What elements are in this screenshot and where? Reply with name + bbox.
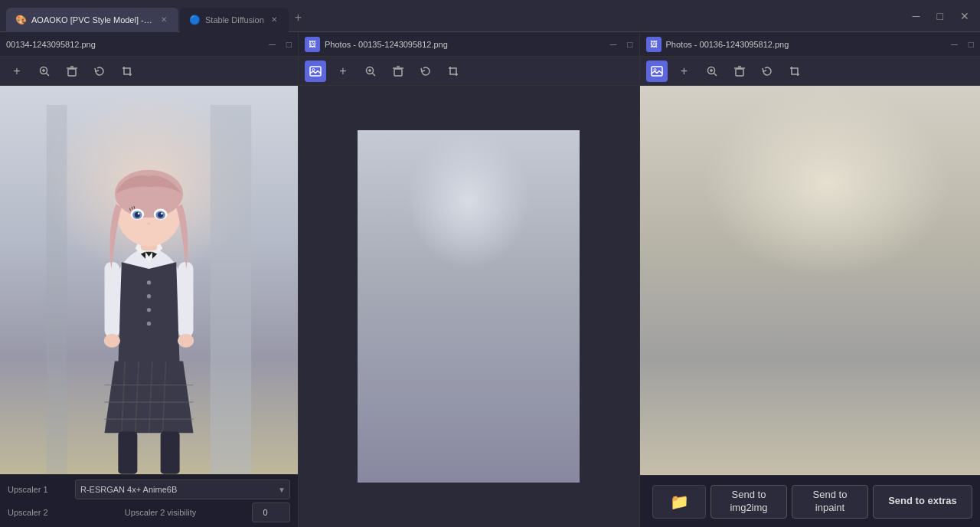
panel2-image-icon: 🖼 (305, 37, 320, 52)
maximize-browser-icon[interactable]: □ (933, 8, 948, 24)
upscaler1-select-wrapper[interactable]: R-ESRGAN 4x+ Anime6B ▼ (75, 480, 290, 499)
panel1-delete-button[interactable] (61, 61, 83, 82)
panel2-image-button[interactable] (305, 61, 326, 82)
panel2-titlebar: 🖼 Photos - 00135-1243095812.png ─ □ (299, 32, 639, 57)
tab1-label: AOAOKO [PVC Style Model] - PV... (31, 15, 154, 25)
panel-right: 🖼 Photos - 00136-1243095812.png ─ □ + (640, 32, 981, 527)
svg-rect-75 (483, 458, 503, 483)
panel2-zoom-button[interactable] (360, 61, 381, 82)
svg-marker-108 (795, 250, 802, 259)
folder-button[interactable]: 📁 (652, 485, 706, 519)
panel3-delete-button[interactable] (729, 61, 750, 82)
svg-point-22 (178, 334, 194, 348)
svg-marker-109 (790, 248, 795, 257)
svg-point-82 (475, 241, 485, 249)
upscaler2-label: Upscaler 2 (8, 508, 69, 517)
svg-point-54 (495, 222, 557, 421)
panel1-image (0, 86, 298, 474)
svg-point-78 (433, 199, 504, 245)
panel2-rotate-button[interactable] (415, 61, 436, 82)
panel3-restore-icon[interactable]: □ (969, 39, 974, 50)
panel3-rotate-button[interactable] (756, 61, 778, 82)
svg-rect-52 (358, 130, 580, 483)
panel2-minimize-icon[interactable]: ─ (610, 39, 617, 50)
svg-point-81 (452, 241, 462, 249)
panel2-add-button[interactable]: + (332, 61, 354, 82)
upscaler1-label: Upscaler 1 (8, 485, 69, 494)
svg-rect-124 (789, 227, 808, 250)
upscaler2-visibility-input[interactable] (252, 502, 290, 522)
svg-point-79 (450, 238, 464, 250)
tab1-favicon: 🎨 (15, 15, 27, 25)
panel3-image-button[interactable] (646, 61, 668, 82)
svg-marker-62 (459, 287, 465, 295)
svg-point-88 (483, 247, 495, 254)
panel1-zoom-button[interactable] (34, 61, 55, 82)
svg-line-1 (47, 73, 50, 76)
panel3-minimize-icon[interactable]: ─ (951, 39, 958, 50)
svg-point-86 (481, 242, 483, 244)
svg-point-80 (473, 238, 487, 250)
panel1-image-area (0, 86, 298, 474)
panel3-zoom-button[interactable] (701, 61, 723, 82)
send-to-inpaint-label: Send to inpaint (813, 489, 848, 515)
folder-icon: 📁 (670, 493, 689, 511)
panel2-crop-button[interactable] (443, 61, 464, 82)
svg-point-104 (797, 274, 802, 279)
svg-point-87 (442, 247, 454, 254)
tab2-close-icon[interactable]: ✕ (269, 15, 279, 25)
panel2-restore-icon[interactable]: □ (627, 39, 632, 50)
svg-rect-4 (68, 69, 76, 76)
svg-point-77 (435, 204, 502, 274)
svg-point-102 (758, 238, 840, 352)
upscaler1-select[interactable]: R-ESRGAN 4x+ Anime6B (75, 480, 290, 499)
send-to-inpaint-button[interactable]: Send to inpaint (792, 485, 868, 519)
svg-point-130 (807, 205, 818, 214)
tab-stable-diffusion[interactable]: 🔵 Stable Diffusion ✕ (180, 8, 289, 32)
panel1-character-svg (0, 105, 298, 474)
viewer-area: 00134-1243095812.png ─ □ + (0, 32, 980, 527)
close-browser-icon[interactable]: ✕ (956, 8, 974, 24)
svg-point-107 (797, 317, 802, 322)
send-to-img2img-button[interactable]: Send to img2img (710, 485, 787, 519)
svg-point-11 (147, 294, 151, 298)
svg-marker-110 (803, 248, 808, 257)
panel3-image-icon: 🖼 (646, 37, 662, 52)
panel1-rotate-button[interactable] (89, 61, 110, 82)
svg-rect-89 (652, 67, 662, 76)
panel1-add-button[interactable]: + (6, 61, 28, 82)
panel2-character-svg (358, 130, 580, 483)
panel3-titlebar: 🖼 Photos - 00136-1243095812.png ─ □ (640, 32, 981, 57)
upscaler1-row: Upscaler 1 R-ESRGAN 4x+ Anime6B ▼ (8, 480, 290, 499)
svg-point-131 (784, 207, 789, 212)
tab1-close-icon[interactable]: ✕ (158, 15, 169, 25)
panel1-restore-icon[interactable]: □ (286, 39, 292, 50)
svg-marker-63 (472, 287, 478, 295)
svg-point-85 (458, 242, 460, 244)
panel1-minimize-icon[interactable]: ─ (269, 39, 276, 50)
panel3-crop-button[interactable] (784, 61, 805, 82)
svg-point-132 (809, 207, 815, 212)
svg-rect-100 (675, 383, 944, 475)
svg-point-125 (763, 166, 836, 243)
svg-rect-8 (47, 105, 67, 474)
svg-point-57 (466, 312, 471, 316)
svg-point-55 (432, 276, 505, 383)
send-to-img2img-label: Send to img2img (730, 489, 767, 515)
panel3-add-button[interactable]: + (674, 61, 695, 82)
panel3-image-area (640, 86, 981, 475)
svg-point-90 (654, 68, 656, 70)
send-to-extras-button[interactable]: Send to extras (873, 485, 972, 519)
svg-point-13 (147, 322, 151, 326)
panel2-delete-button[interactable] (387, 61, 409, 82)
minimize-browser-icon[interactable]: ─ (908, 8, 925, 24)
bottom-settings-bar: Upscaler 1 R-ESRGAN 4x+ Anime6B ▼ Upscal… (0, 474, 298, 527)
svg-point-133 (787, 207, 789, 209)
svg-line-117 (799, 363, 802, 447)
svg-rect-60 (476, 345, 492, 356)
new-tab-button[interactable]: + (289, 11, 308, 25)
tab-aoaoko[interactable]: 🎨 AOAOKO [PVC Style Model] - PV... ✕ (6, 8, 178, 32)
panel3-toolbar: + (640, 57, 981, 86)
panel1-crop-button[interactable] (116, 61, 138, 82)
panel-middle: 🖼 Photos - 00135-1243095812.png ─ □ + (299, 32, 640, 527)
